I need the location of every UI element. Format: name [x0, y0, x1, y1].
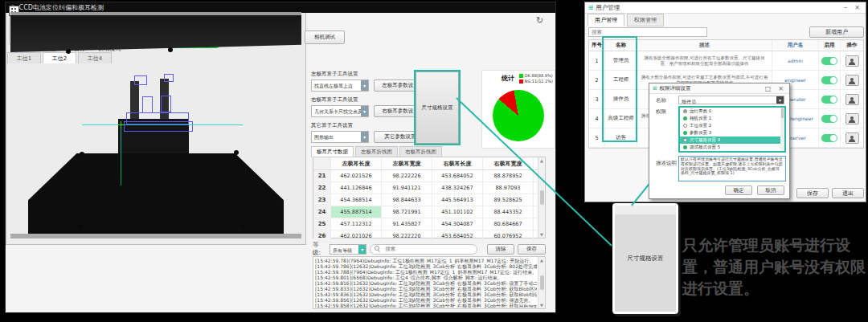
table-cell: 455.887514: [331, 206, 382, 218]
scroll-up-icon[interactable]: ▲: [540, 258, 543, 263]
camera-view-panel[interactable]: [6, 2, 306, 245]
table-cell: 438.324267: [432, 182, 483, 194]
station-tab-label: 工位2: [52, 55, 67, 63]
user-window-tab[interactable]: 用户管理: [588, 14, 624, 26]
log-search-box[interactable]: [370, 244, 477, 255]
scroll-thumb[interactable]: [540, 275, 544, 290]
permission-item[interactable]: 运行界面 0: [680, 108, 784, 115]
perm-name-dropdown[interactable]: 操作员 ▾: [678, 96, 784, 104]
permission-item-label: 工位设置 2: [690, 123, 711, 128]
permission-item[interactable]: 尺寸规格设置 4: [680, 137, 784, 144]
log-level-label: 等级:: [313, 241, 326, 257]
user-search-input[interactable]: [588, 27, 707, 37]
perm-name-label: 名称: [656, 97, 666, 104]
table-cell: 98.844633: [382, 194, 432, 206]
station-tab[interactable]: 工位1: [7, 52, 41, 63]
edit-user-button[interactable]: [845, 55, 859, 67]
close-icon[interactable]: ×: [852, 4, 862, 11]
user-role-name: 工程师: [605, 71, 637, 89]
camera-test-button[interactable]: 相机调试: [305, 31, 345, 44]
pie-chart: [493, 90, 544, 141]
tool-operator-dropdown[interactable]: 找直线左极耳上边 ▾: [311, 79, 369, 92]
data-tab[interactable]: 左极耳折线图: [355, 146, 398, 157]
log-save-button[interactable]: 保存: [518, 244, 546, 255]
log-line: [15:42:59.833](12632)DebugInfo: 工位3缺陷检测_…: [315, 286, 537, 291]
scroll-down-icon[interactable]: ▼: [540, 303, 543, 308]
permission-item-label: 运行界面 0: [690, 108, 711, 114]
tool-operator-dropdown[interactable]: 图形输出 ▾: [311, 131, 369, 143]
permission-list[interactable]: 运行界面 0 相机设置 1 工位设置 2 参数设置 3: [678, 106, 786, 153]
log-clear-button[interactable]: 清除: [487, 244, 515, 255]
enable-toggle[interactable]: [821, 115, 837, 123]
table-cell: 60.076952: [483, 230, 534, 242]
user-window-title: 用户管理: [596, 4, 620, 12]
perm-list-label: 权限: [656, 108, 666, 116]
user-window-tab[interactable]: 权限管理: [627, 14, 664, 26]
station-tab[interactable]: 工位4: [78, 52, 112, 63]
table-row[interactable]: 26 462.021026 98.222220 453.684052 60.07…: [313, 230, 545, 243]
edit-user-button[interactable]: [845, 132, 859, 144]
table-row[interactable]: 21 462.021526 98.222226 453.684052 88.87…: [313, 170, 545, 182]
scroll-down-icon[interactable]: ▼: [540, 232, 543, 237]
log-level-dropdown[interactable]: 所有等级 ▾: [330, 244, 366, 255]
log-line: [15:42:59.801](6568)DebugInfo: 工位4_综合排布,…: [315, 275, 537, 280]
table-scrollbar[interactable]: ▲▼: [538, 157, 545, 238]
station-tab[interactable]: 工位2: [43, 52, 76, 63]
enable-toggle[interactable]: [821, 76, 837, 84]
scroll-up-icon[interactable]: ▲: [540, 158, 543, 163]
user-role-name: 管理员: [605, 51, 637, 70]
permission-item-label: 尺寸规格设置 4: [690, 137, 720, 143]
statistics-card: 统计 OK:88(88.9%) NG:11(11.1%): [481, 70, 555, 149]
enable-toggle[interactable]: [821, 96, 837, 104]
log-panel[interactable]: [15:42:59.78](7964)DebugInfo: 工位1极柱检测_M1…: [313, 256, 546, 309]
log-scrollbar[interactable]: ▲▼: [538, 257, 545, 308]
person-icon: [849, 78, 855, 85]
data-tab[interactable]: 右极耳折线图: [399, 146, 442, 157]
table-cell: 445.564913: [432, 194, 483, 206]
column-header: 名称: [605, 40, 637, 51]
log-search-input[interactable]: [383, 245, 467, 253]
roi-rect: [134, 75, 147, 85]
close-icon[interactable]: ×: [776, 85, 786, 92]
table-row[interactable]: 23 454.368514 98.844633 445.564913 89.52…: [313, 194, 545, 206]
minimize-icon[interactable]: –: [841, 4, 850, 11]
table-row[interactable]: 24 455.887514 98.721991 451.101102 88.44…: [313, 206, 545, 218]
table-row[interactable]: 25 457.112312 91.435827 454.304087 80.68…: [313, 218, 545, 230]
edit-user-button[interactable]: [845, 75, 859, 86]
user-row[interactable]: 1 管理员 拥有系统全部操作权限,可进行所有工位参数设置、尺寸规格设置、用户管理…: [589, 51, 863, 71]
user-role-name: 访客: [605, 128, 637, 147]
permission-item-label: 参数设置 3: [690, 130, 711, 136]
permission-description-box: 默认只有管理员账号可进行尺寸规格设置,普通用户账号没有权限进行设置。如需开放权限…: [678, 156, 786, 181]
log-level-value: 所有等级: [330, 245, 358, 254]
permission-dialog-titlebar: ⊞ 权限详细设置 □ ×: [649, 84, 789, 94]
user-window-exit-button[interactable]: 退出: [832, 188, 864, 198]
add-user-button[interactable]: 新增用户: [809, 26, 864, 38]
table-row[interactable]: 22 441.126846 91.941121 438.324267 88.97…: [313, 182, 545, 194]
table-cell: 453.684052: [432, 170, 483, 181]
permission-item[interactable]: 工位设置 2: [680, 122, 784, 129]
dialog-cancel-button[interactable]: 取消: [757, 185, 784, 195]
user-window-save-button[interactable]: 保存: [796, 188, 829, 198]
row-number: 25: [313, 218, 331, 230]
permission-item[interactable]: 相机设置 1: [680, 115, 784, 122]
scene-bottom-strip: [10, 234, 301, 238]
restore-icon[interactable]: □: [763, 85, 774, 92]
enable-toggle[interactable]: [821, 134, 837, 142]
refresh-icon[interactable]: ↻: [536, 15, 543, 26]
enable-toggle[interactable]: [821, 57, 837, 65]
roi-rect: [142, 96, 153, 113]
data-tab-label: 极耳尺寸数据: [317, 149, 348, 156]
dialog-ok-button[interactable]: 确定: [725, 185, 752, 195]
user-role-description: 拥有系统全部操作权限,可进行所有工位参数设置、尺寸规格设置、用户管理和权限分配等…: [637, 51, 772, 70]
size-spec-settings-button[interactable]: 尺寸规格设置: [416, 71, 459, 144]
permission-item[interactable]: 参数设置 3: [680, 129, 784, 137]
permission-item[interactable]: 调试模式设置 5: [680, 144, 784, 151]
data-tab[interactable]: 极耳尺寸数据: [311, 146, 354, 157]
scroll-thumb[interactable]: [540, 190, 544, 205]
edit-user-button[interactable]: [845, 94, 859, 105]
permission-list-scrollbar[interactable]: [780, 108, 784, 151]
tool-operator-dropdown[interactable]: 几何关系卡尺找交点及夹角 ▾: [311, 105, 369, 117]
edit-user-button[interactable]: [845, 113, 859, 124]
legend-label: NG:11(11.1%): [525, 79, 553, 84]
column-header: 右极耳宽度: [483, 157, 534, 169]
